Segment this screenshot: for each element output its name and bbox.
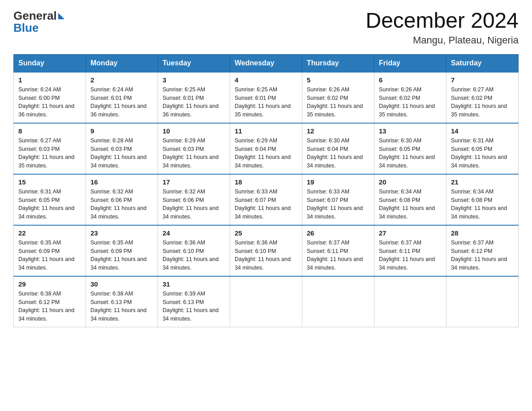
header-monday: Monday (86, 54, 158, 72)
day-number: 10 (163, 127, 225, 135)
day-info: Sunrise: 6:36 AMSunset: 6:10 PMDaylight:… (235, 240, 291, 271)
calendar-cell: 22 Sunrise: 6:35 AMSunset: 6:09 PMDaylig… (14, 225, 86, 276)
title-area: December 2024 Mangu, Plateau, Nigeria (365, 9, 519, 46)
calendar-cell: 2 Sunrise: 6:24 AMSunset: 6:01 PMDayligh… (86, 72, 158, 123)
day-info: Sunrise: 6:39 AMSunset: 6:13 PMDaylight:… (163, 291, 219, 322)
day-info: Sunrise: 6:35 AMSunset: 6:09 PMDaylight:… (18, 240, 74, 271)
day-number: 24 (163, 229, 225, 237)
day-info: Sunrise: 6:36 AMSunset: 6:10 PMDaylight:… (163, 240, 219, 271)
calendar-cell: 9 Sunrise: 6:28 AMSunset: 6:03 PMDayligh… (86, 123, 158, 174)
week-row-3: 15 Sunrise: 6:31 AMSunset: 6:05 PMDaylig… (14, 174, 519, 225)
day-info: Sunrise: 6:37 AMSunset: 6:11 PMDaylight:… (379, 240, 435, 271)
calendar-cell: 26 Sunrise: 6:37 AMSunset: 6:11 PMDaylig… (302, 225, 374, 276)
day-number: 19 (307, 178, 369, 186)
day-info: Sunrise: 6:25 AMSunset: 6:01 PMDaylight:… (235, 86, 291, 118)
day-number: 25 (235, 229, 297, 237)
day-info: Sunrise: 6:38 AMSunset: 6:13 PMDaylight:… (90, 291, 146, 322)
day-info: Sunrise: 6:24 AMSunset: 6:00 PMDaylight:… (18, 86, 74, 118)
calendar-cell: 10 Sunrise: 6:29 AMSunset: 6:03 PMDaylig… (158, 123, 230, 174)
logo: General Blue (13, 9, 64, 35)
calendar-cell: 19 Sunrise: 6:33 AMSunset: 6:07 PMDaylig… (302, 174, 374, 225)
day-number: 16 (90, 178, 153, 186)
day-info: Sunrise: 6:29 AMSunset: 6:03 PMDaylight:… (163, 137, 219, 169)
day-info: Sunrise: 6:32 AMSunset: 6:06 PMDaylight:… (163, 188, 219, 220)
calendar-cell (374, 276, 446, 327)
weekday-header-row: Sunday Monday Tuesday Wednesday Thursday… (14, 54, 519, 72)
day-number: 15 (18, 178, 81, 186)
day-number: 22 (18, 229, 81, 237)
day-number: 12 (307, 127, 369, 135)
month-title: December 2024 (365, 9, 519, 33)
calendar-cell: 23 Sunrise: 6:35 AMSunset: 6:09 PMDaylig… (86, 225, 158, 276)
header-friday: Friday (374, 54, 446, 72)
day-number: 28 (451, 229, 514, 237)
day-info: Sunrise: 6:31 AMSunset: 6:05 PMDaylight:… (18, 188, 74, 220)
calendar-cell: 13 Sunrise: 6:30 AMSunset: 6:05 PMDaylig… (374, 123, 446, 174)
day-number: 26 (307, 229, 369, 237)
calendar-cell: 21 Sunrise: 6:34 AMSunset: 6:08 PMDaylig… (446, 174, 519, 225)
day-number: 30 (90, 280, 153, 288)
week-row-1: 1 Sunrise: 6:24 AMSunset: 6:00 PMDayligh… (14, 72, 519, 123)
day-number: 5 (307, 76, 369, 84)
calendar-cell: 29 Sunrise: 6:38 AMSunset: 6:12 PMDaylig… (14, 276, 86, 327)
day-number: 31 (163, 280, 225, 288)
day-number: 17 (163, 178, 225, 186)
calendar-cell: 12 Sunrise: 6:30 AMSunset: 6:04 PMDaylig… (302, 123, 374, 174)
day-info: Sunrise: 6:27 AMSunset: 6:03 PMDaylight:… (18, 137, 74, 169)
day-number: 4 (235, 76, 297, 84)
header-tuesday: Tuesday (158, 54, 230, 72)
calendar-cell: 20 Sunrise: 6:34 AMSunset: 6:08 PMDaylig… (374, 174, 446, 225)
calendar-cell: 18 Sunrise: 6:33 AMSunset: 6:07 PMDaylig… (230, 174, 302, 225)
day-info: Sunrise: 6:25 AMSunset: 6:01 PMDaylight:… (163, 86, 219, 118)
header-sunday: Sunday (14, 54, 86, 72)
calendar-cell: 5 Sunrise: 6:26 AMSunset: 6:02 PMDayligh… (302, 72, 374, 123)
day-number: 20 (379, 178, 442, 186)
day-info: Sunrise: 6:26 AMSunset: 6:02 PMDaylight:… (307, 86, 363, 118)
day-info: Sunrise: 6:33 AMSunset: 6:07 PMDaylight:… (235, 188, 291, 220)
day-info: Sunrise: 6:29 AMSunset: 6:04 PMDaylight:… (235, 137, 291, 169)
day-info: Sunrise: 6:28 AMSunset: 6:03 PMDaylight:… (90, 137, 146, 169)
day-info: Sunrise: 6:38 AMSunset: 6:12 PMDaylight:… (18, 291, 74, 322)
day-info: Sunrise: 6:34 AMSunset: 6:08 PMDaylight:… (451, 188, 507, 220)
calendar-table: Sunday Monday Tuesday Wednesday Thursday… (13, 54, 519, 327)
day-info: Sunrise: 6:24 AMSunset: 6:01 PMDaylight:… (90, 86, 146, 118)
header-thursday: Thursday (302, 54, 374, 72)
day-number: 27 (379, 229, 442, 237)
week-row-4: 22 Sunrise: 6:35 AMSunset: 6:09 PMDaylig… (14, 225, 519, 276)
logo-blue-text: Blue (13, 21, 39, 35)
day-info: Sunrise: 6:27 AMSunset: 6:02 PMDaylight:… (451, 86, 507, 118)
calendar-cell: 17 Sunrise: 6:32 AMSunset: 6:06 PMDaylig… (158, 174, 230, 225)
day-number: 9 (90, 127, 153, 135)
calendar-cell: 28 Sunrise: 6:37 AMSunset: 6:12 PMDaylig… (446, 225, 519, 276)
day-number: 1 (18, 76, 81, 84)
day-info: Sunrise: 6:34 AMSunset: 6:08 PMDaylight:… (379, 188, 435, 220)
calendar-cell: 1 Sunrise: 6:24 AMSunset: 6:00 PMDayligh… (14, 72, 86, 123)
day-number: 29 (18, 280, 81, 288)
calendar-cell: 16 Sunrise: 6:32 AMSunset: 6:06 PMDaylig… (86, 174, 158, 225)
day-number: 7 (451, 76, 514, 84)
calendar-cell: 27 Sunrise: 6:37 AMSunset: 6:11 PMDaylig… (374, 225, 446, 276)
calendar-cell: 4 Sunrise: 6:25 AMSunset: 6:01 PMDayligh… (230, 72, 302, 123)
header-saturday: Saturday (446, 54, 519, 72)
day-number: 11 (235, 127, 297, 135)
day-info: Sunrise: 6:33 AMSunset: 6:07 PMDaylight:… (307, 188, 363, 220)
day-number: 13 (379, 127, 442, 135)
page-header: General Blue December 2024 Mangu, Platea… (13, 9, 519, 46)
calendar-cell: 14 Sunrise: 6:31 AMSunset: 6:05 PMDaylig… (446, 123, 519, 174)
day-number: 21 (451, 178, 514, 186)
calendar-cell: 3 Sunrise: 6:25 AMSunset: 6:01 PMDayligh… (158, 72, 230, 123)
day-info: Sunrise: 6:37 AMSunset: 6:11 PMDaylight:… (307, 240, 363, 271)
day-number: 3 (163, 76, 225, 84)
day-info: Sunrise: 6:37 AMSunset: 6:12 PMDaylight:… (451, 240, 507, 271)
day-number: 18 (235, 178, 297, 186)
day-info: Sunrise: 6:32 AMSunset: 6:06 PMDaylight:… (90, 188, 146, 220)
calendar-cell (446, 276, 519, 327)
calendar-cell: 15 Sunrise: 6:31 AMSunset: 6:05 PMDaylig… (14, 174, 86, 225)
calendar-cell: 31 Sunrise: 6:39 AMSunset: 6:13 PMDaylig… (158, 276, 230, 327)
day-number: 2 (90, 76, 153, 84)
calendar-cell: 25 Sunrise: 6:36 AMSunset: 6:10 PMDaylig… (230, 225, 302, 276)
calendar-cell: 7 Sunrise: 6:27 AMSunset: 6:02 PMDayligh… (446, 72, 519, 123)
calendar-cell (302, 276, 374, 327)
calendar-cell (230, 276, 302, 327)
calendar-cell: 8 Sunrise: 6:27 AMSunset: 6:03 PMDayligh… (14, 123, 86, 174)
